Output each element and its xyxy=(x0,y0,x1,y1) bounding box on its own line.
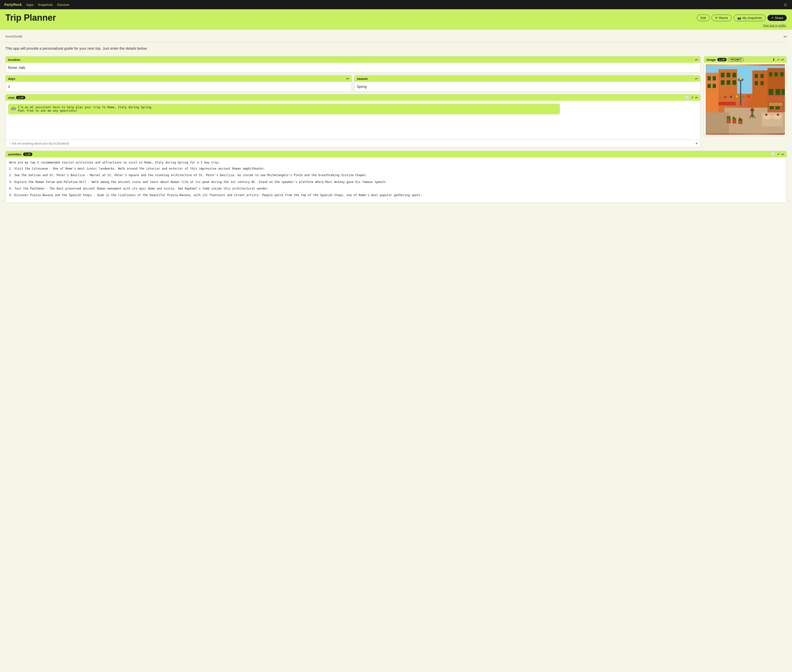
chat-widget-header: chat LLM ⬜ ↗ ⇌ xyxy=(6,94,700,101)
svg-point-31 xyxy=(772,115,781,119)
svg-rect-45 xyxy=(751,112,753,118)
season-widget-icons: ⇌ xyxy=(695,77,698,80)
svg-rect-26 xyxy=(706,112,729,133)
season-settings-icon[interactable]: ⇌ xyxy=(695,77,698,80)
svg-rect-16 xyxy=(760,74,763,78)
edit-button[interactable]: Edit xyxy=(697,14,709,21)
image-widget: image LLM PROMPT ⬇ ↗ ⇌ xyxy=(704,56,787,136)
days-widget-icons: ⇌ xyxy=(346,77,349,80)
days-label: days xyxy=(8,77,15,80)
image-share-icon[interactable]: ↗ xyxy=(777,58,779,62)
svg-rect-59 xyxy=(769,102,783,106)
days-input[interactable] xyxy=(8,84,349,90)
chat-share-icon[interactable]: ↗ xyxy=(691,96,693,99)
svg-rect-20 xyxy=(774,72,778,77)
days-widget: days ⇌ xyxy=(5,75,352,92)
public-note: Your app is public. xyxy=(5,24,787,27)
image-prompt-badge: PROMPT xyxy=(728,58,744,62)
svg-rect-14 xyxy=(732,80,736,85)
svg-point-32 xyxy=(765,114,768,116)
svg-rect-5 xyxy=(707,76,711,80)
svg-rect-11 xyxy=(732,73,736,77)
svg-rect-12 xyxy=(721,80,724,85)
activities-widget: activities LLM ⬜ ↗ ⇌ Here are my top 5 r… xyxy=(5,151,787,203)
svg-point-33 xyxy=(777,114,779,116)
location-settings-icon[interactable]: ⇌ xyxy=(695,58,698,62)
season-widget-header: season ⇌ xyxy=(354,75,700,82)
svg-rect-51 xyxy=(782,89,785,95)
image-download-icon[interactable]: ⬇ xyxy=(772,58,775,62)
location-widget-header: location ⇌ xyxy=(6,56,700,63)
chat-llm-badge: LLM xyxy=(16,96,26,99)
widgets-area: location ⇌ days ⇌ xyxy=(5,56,787,147)
location-widget-icons: ⇌ xyxy=(695,58,698,62)
app-title: Trip Planner xyxy=(5,13,56,23)
svg-rect-62 xyxy=(776,107,778,109)
chat-input[interactable] xyxy=(8,142,629,145)
activities-body: Here are my top 5 recommended tourist ac… xyxy=(6,157,786,202)
left-column: location ⇌ days ⇌ xyxy=(5,56,701,147)
rome-illustration xyxy=(706,64,785,135)
top-navigation: PartyRock Apps Snapshots Discover ☺ xyxy=(0,0,792,9)
activities-share-icon[interactable]: ↗ xyxy=(777,152,779,156)
svg-point-30 xyxy=(763,115,772,119)
location-widget: location ⇌ xyxy=(5,56,701,73)
chat-label: chat xyxy=(8,96,14,99)
app-header: Trip Planner Edit ⟳ Remix 📷 My snapshots… xyxy=(0,9,792,30)
nav-apps[interactable]: Apps xyxy=(26,3,34,6)
svg-rect-50 xyxy=(776,89,780,95)
public-link[interactable]: public xyxy=(778,24,786,27)
svg-point-37 xyxy=(729,116,730,117)
filter-icon[interactable]: ⇌ xyxy=(784,34,787,39)
location-widget-body xyxy=(6,63,700,72)
svg-marker-56 xyxy=(742,96,744,99)
chat-export-icon[interactable]: ⬜ xyxy=(685,96,689,99)
season-input[interactable] xyxy=(357,84,698,90)
svg-rect-49 xyxy=(769,89,773,95)
image-llm-badge: LLM xyxy=(717,58,727,61)
description-section: touristGuide ⇌ xyxy=(5,34,787,42)
image-widget-icons: ⬇ ↗ ⇌ xyxy=(772,58,784,62)
svg-rect-8 xyxy=(713,84,716,88)
activities-list: Visit the Colosseum - One of Rome's most… xyxy=(9,166,783,198)
tourist-guide-label: touristGuide xyxy=(5,35,22,38)
chat-widget: chat LLM ⬜ ↗ ⇌ 🤖 I'm an AI assistant her… xyxy=(5,94,701,147)
list-item: Discover Piazza Navona and the Spanish S… xyxy=(14,193,783,198)
activities-llm-badge: LLM xyxy=(23,152,33,156)
svg-point-24 xyxy=(739,78,742,80)
my-snapshots-button[interactable]: 📷 My snapshots xyxy=(734,14,765,21)
activities-copy-icon[interactable]: ⬜ xyxy=(771,152,775,156)
svg-rect-21 xyxy=(780,72,784,77)
chat-body: 🤖 I'm an AI assistant here to help plan … xyxy=(6,101,700,140)
location-input[interactable] xyxy=(8,65,698,70)
remix-button[interactable]: ⟳ Remix xyxy=(712,14,732,21)
svg-rect-15 xyxy=(755,74,758,78)
image-body xyxy=(704,63,786,136)
remix-icon: ⟳ xyxy=(715,16,718,20)
activities-label: activities xyxy=(8,152,22,156)
share-icon: ↗ xyxy=(771,16,773,20)
user-avatar-icon[interactable]: ☺ xyxy=(783,2,788,7)
list-item: See the Vatican and St. Peter's Basilica… xyxy=(14,173,783,178)
activities-settings-icon[interactable]: ⇌ xyxy=(781,152,784,156)
image-widget-header: image LLM PROMPT ⬇ ↗ ⇌ xyxy=(704,56,786,63)
share-button[interactable]: ↗ Share xyxy=(767,15,787,21)
brand-logo[interactable]: PartyRock xyxy=(4,3,22,6)
chat-message: 🤖 I'm an AI assistant here to help plan … xyxy=(8,104,560,114)
chat-input-row: ✈ xyxy=(6,140,700,147)
activities-widget-header: activities LLM ⬜ ↗ ⇌ xyxy=(6,151,786,157)
svg-rect-18 xyxy=(760,81,763,85)
image-settings-icon[interactable]: ⇌ xyxy=(781,58,784,62)
svg-rect-29 xyxy=(762,112,782,126)
main-content: touristGuide ⇌ This app will provide a p… xyxy=(0,30,792,207)
nav-snapshots[interactable]: Snapshots xyxy=(38,3,53,6)
nav-discover[interactable]: Discover xyxy=(57,3,70,6)
chat-settings-icon[interactable]: ⇌ xyxy=(695,96,698,99)
snapshots-icon: 📷 xyxy=(737,16,741,20)
activities-intro: Here are my top 5 recommended tourist ac… xyxy=(9,160,783,165)
chat-send-icon[interactable]: ✈ xyxy=(695,142,698,145)
days-widget-header: days ⇌ xyxy=(6,75,351,82)
days-settings-icon[interactable]: ⇌ xyxy=(346,77,349,80)
list-item: Visit the Colosseum - One of Rome's most… xyxy=(14,166,783,171)
chat-message-text: I'm an AI assistant here to help plan yo… xyxy=(18,106,153,112)
